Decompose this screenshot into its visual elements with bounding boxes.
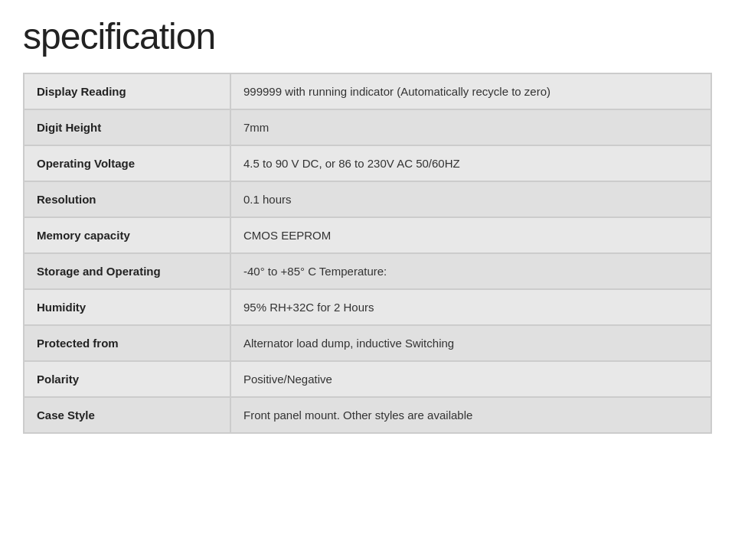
table-row: Digit Height7mm — [24, 109, 711, 145]
table-row: Memory capacityCMOS EEPROM — [24, 217, 711, 253]
specification-table: Display Reading999999 with running indic… — [23, 73, 712, 434]
spec-label: Humidity — [24, 289, 230, 325]
table-row: Case StyleFront panel mount. Other style… — [24, 397, 711, 433]
spec-value: 999999 with running indicator (Automatic… — [230, 73, 711, 109]
spec-label: Operating Voltage — [24, 145, 230, 181]
table-row: Protected fromAlternator load dump, indu… — [24, 325, 711, 361]
spec-label: Digit Height — [24, 109, 230, 145]
spec-value: 0.1 hours — [230, 181, 711, 217]
spec-label: Display Reading — [24, 73, 230, 109]
table-row: PolarityPositive/Negative — [24, 361, 711, 397]
table-row: Resolution0.1 hours — [24, 181, 711, 217]
spec-value: Positive/Negative — [230, 361, 711, 397]
table-row: Operating Voltage4.5 to 90 V DC, or 86 t… — [24, 145, 711, 181]
page-title: specification — [23, 15, 712, 57]
spec-label: Storage and Operating — [24, 253, 230, 289]
table-row: Display Reading999999 with running indic… — [24, 73, 711, 109]
table-row: Storage and Operating-40° to +85° C Temp… — [24, 253, 711, 289]
spec-value: -40° to +85° C Temperature: — [230, 253, 711, 289]
spec-label: Case Style — [24, 397, 230, 433]
spec-value: 4.5 to 90 V DC, or 86 to 230V AC 50/60HZ — [230, 145, 711, 181]
spec-label: Resolution — [24, 181, 230, 217]
table-row: Humidity95% RH+32C for 2 Hours — [24, 289, 711, 325]
spec-value: CMOS EEPROM — [230, 217, 711, 253]
spec-label: Memory capacity — [24, 217, 230, 253]
spec-label: Protected from — [24, 325, 230, 361]
spec-value: 7mm — [230, 109, 711, 145]
spec-value: Alternator load dump, inductive Switchin… — [230, 325, 711, 361]
spec-value: Front panel mount. Other styles are avai… — [230, 397, 711, 433]
spec-value: 95% RH+32C for 2 Hours — [230, 289, 711, 325]
spec-label: Polarity — [24, 361, 230, 397]
